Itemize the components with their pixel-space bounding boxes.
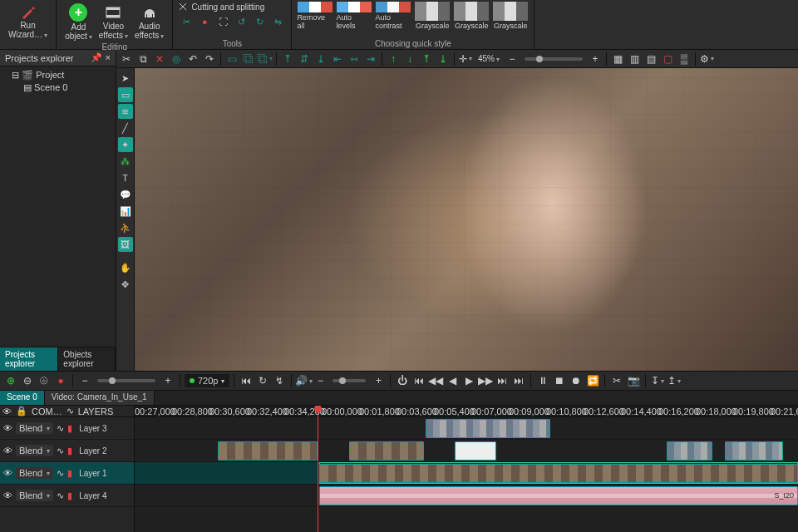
add-object-button[interactable]: + Addobject xyxy=(62,2,96,42)
eye-icon[interactable]: 👁 xyxy=(3,468,12,478)
lock-icon[interactable]: 🔒 xyxy=(16,406,27,416)
go-start-button[interactable]: ⏮ xyxy=(411,373,426,388)
image-tool[interactable]: 🖼 xyxy=(118,237,133,252)
prev-frame-button[interactable]: ⏮ xyxy=(239,373,254,388)
timeline-tracks[interactable]: 00:27,00000:28,80000:30,60000:32,40000:3… xyxy=(135,406,798,532)
tl-zoom-in[interactable]: + xyxy=(160,373,175,388)
split-button[interactable]: ✂ xyxy=(609,373,624,388)
group-button[interactable]: ⿻ xyxy=(241,52,256,66)
clip-portrait-2[interactable] xyxy=(349,441,424,461)
stop-button[interactable]: ⏹ xyxy=(552,373,567,388)
playhead[interactable] xyxy=(318,406,318,532)
add-track-button[interactable]: ⊕ xyxy=(3,373,18,388)
layers-tool[interactable]: ≋ xyxy=(118,104,133,119)
close-icon[interactable]: × xyxy=(106,52,111,63)
mute-icon[interactable]: ▮ xyxy=(67,423,72,434)
rotate-left-tool[interactable]: ↺ xyxy=(233,13,249,30)
bring-forward-button[interactable]: ↑ xyxy=(386,52,401,66)
go-end-button[interactable]: ⏭ xyxy=(511,373,526,388)
grid-button[interactable]: ▒ xyxy=(677,52,692,66)
group-dropdown[interactable]: ⿻ xyxy=(258,52,273,66)
eye-icon[interactable]: 👁 xyxy=(3,490,12,500)
view-3-button[interactable]: ▤ xyxy=(643,52,658,66)
volume-button[interactable]: 🔊 xyxy=(296,373,311,388)
style-auto-levels[interactable]: Auto levels xyxy=(336,2,372,30)
blend-mode-3[interactable]: Blend xyxy=(16,422,53,434)
chart-tool[interactable]: 📊 xyxy=(118,204,133,219)
crop-tool[interactable]: ⛶ xyxy=(214,13,231,30)
eye-icon[interactable]: 👁 xyxy=(2,406,12,416)
zoom-out-button[interactable]: − xyxy=(505,52,520,66)
video-effects-button[interactable]: Videoeffects xyxy=(96,2,131,42)
rotate-right-tool[interactable]: ↻ xyxy=(251,13,268,30)
pause-button[interactable]: ⏸ xyxy=(535,373,550,388)
vol-up[interactable]: + xyxy=(371,373,386,388)
preview-canvas[interactable] xyxy=(135,68,798,371)
timeline-ruler[interactable]: 00:27,00000:28,80000:30,60000:32,40000:3… xyxy=(135,406,798,417)
snap-dropdown[interactable]: ✛ xyxy=(458,52,473,66)
mute-icon[interactable]: ▮ xyxy=(67,468,72,479)
zoom-level[interactable]: 45% xyxy=(475,54,503,63)
line-tool[interactable]: ╱ xyxy=(118,121,133,135)
person-tool[interactable]: ⛹ xyxy=(118,220,133,235)
tab-objects-explorer[interactable]: Objects explorer xyxy=(58,347,116,371)
style-grayscale-3[interactable]: Grayscale xyxy=(492,2,529,30)
tab-projects-explorer[interactable]: Projects explorer xyxy=(0,347,58,371)
delete-button[interactable]: ✕ xyxy=(152,52,167,66)
clip-white[interactable] xyxy=(455,441,496,461)
record-button[interactable]: ● xyxy=(53,373,68,388)
send-back-button[interactable]: ⤓ xyxy=(436,52,451,66)
remove-track-button[interactable]: ⊖ xyxy=(20,373,35,388)
fit-button[interactable]: ⦾ xyxy=(37,373,52,388)
select-button[interactable]: ▭ xyxy=(224,52,239,66)
mute-icon[interactable]: ▮ xyxy=(67,446,72,456)
frame-back-button[interactable]: ◀ xyxy=(445,373,460,388)
send-backward-button[interactable]: ↓ xyxy=(402,52,417,66)
safe-area-button[interactable]: ▢ xyxy=(660,52,675,66)
run-wizard-button[interactable]: RunWizard… xyxy=(5,2,51,41)
speed-up[interactable]: ↥ xyxy=(667,373,682,388)
step-back-button[interactable]: ◀◀ xyxy=(428,373,443,388)
loop-button[interactable]: ↻ xyxy=(255,373,270,388)
copy-button[interactable]: ⧉ xyxy=(135,52,150,66)
style-remove-all[interactable]: Remove all xyxy=(297,2,333,30)
loop2-button[interactable]: 🔁 xyxy=(585,373,600,388)
align-middle-button[interactable]: ⇿ xyxy=(347,52,362,66)
frame-fwd-button[interactable]: ▶▶ xyxy=(478,373,493,388)
shuffle-button[interactable]: ↯ xyxy=(272,373,287,388)
layer-row-3[interactable]: 👁 Blend ∿▮ Layer 3 xyxy=(0,417,134,440)
redo-button[interactable]: ↷ xyxy=(202,52,217,66)
align-right-button[interactable]: ⤓ xyxy=(313,52,328,66)
move-tool[interactable]: ✥ xyxy=(118,277,133,292)
tl-zoom-slider[interactable] xyxy=(97,379,155,382)
volume-slider[interactable] xyxy=(332,379,366,382)
cut-button[interactable]: ✂ xyxy=(119,52,134,66)
marker-tool[interactable]: ● xyxy=(196,13,213,30)
resolution-selector[interactable]: 720p▾ xyxy=(185,374,229,387)
tree-root-project[interactable]: ⊟ 🎬 Project xyxy=(3,69,112,81)
pin-icon[interactable]: 📌 xyxy=(91,52,102,63)
clip-city-2[interactable] xyxy=(667,441,712,461)
pointer-tool[interactable]: ➤ xyxy=(118,71,133,86)
tl-zoom-out[interactable]: − xyxy=(77,373,92,388)
settings-button[interactable]: ⚙ xyxy=(699,52,714,66)
layer-row-1[interactable]: 👁 Blend ∿▮ Layer 1 xyxy=(0,462,134,485)
snapshot-button[interactable]: 📷 xyxy=(626,373,641,388)
speed-down[interactable]: ↧ xyxy=(650,373,665,388)
clip-city-3[interactable] xyxy=(725,441,783,461)
power-button[interactable]: ⏻ xyxy=(395,373,410,388)
align-bottom-button[interactable]: ⇥ xyxy=(363,52,378,66)
tree-scene-0[interactable]: ▤ Scene 0 xyxy=(3,81,112,94)
timeline-tab-clip[interactable]: Video: Camera_In_Use_1 xyxy=(45,391,155,405)
layer-row-4[interactable]: 👁 Blend ∿▮ Layer 4 xyxy=(0,485,134,507)
mute-icon[interactable]: ▮ xyxy=(67,490,72,501)
align-left-button[interactable]: ⤒ xyxy=(280,52,295,66)
flip-tool[interactable]: ⇋ xyxy=(269,13,286,30)
bring-front-button[interactable]: ⤒ xyxy=(419,52,434,66)
clip-city-1[interactable] xyxy=(426,419,550,438)
eye-icon[interactable]: 👁 xyxy=(3,446,12,456)
spray-tool[interactable]: ⁂ xyxy=(118,154,133,169)
undo-button[interactable]: ↶ xyxy=(185,52,200,66)
style-auto-contrast[interactable]: Auto contrast xyxy=(375,2,411,30)
shape-tool[interactable]: ✦ xyxy=(118,137,133,152)
